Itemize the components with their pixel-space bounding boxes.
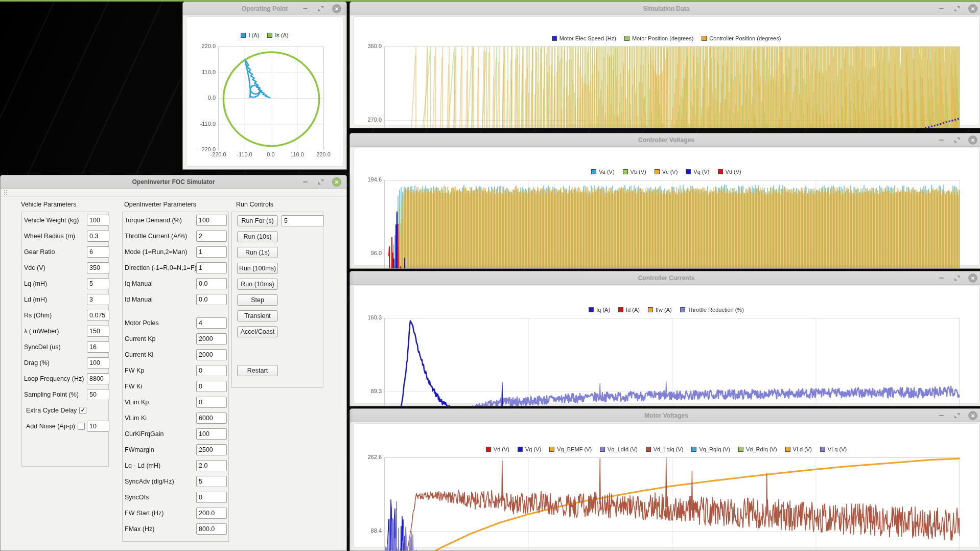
- legend-swatch-icon: [589, 307, 594, 312]
- run-for-button[interactable]: Run For (s): [237, 215, 278, 226]
- close-button[interactable]: ✕: [968, 273, 977, 283]
- param-label: FMax (Hz): [125, 525, 154, 533]
- param-row: Drag (%): [22, 355, 108, 371]
- param-row: FW Ki: [123, 378, 228, 394]
- param-input[interactable]: [196, 492, 227, 503]
- checkbox-unchecked[interactable]: [78, 423, 85, 430]
- run-control-button[interactable]: Run (100ms): [237, 263, 278, 274]
- param-label: FW Start (Hz): [125, 510, 164, 517]
- legend-swatch-icon: [241, 33, 246, 38]
- restore-button[interactable]: [952, 4, 962, 13]
- minimize-button[interactable]: [937, 273, 946, 283]
- close-button[interactable]: ✕: [968, 135, 977, 145]
- close-button[interactable]: ✕: [968, 411, 977, 420]
- param-input[interactable]: [196, 317, 227, 329]
- param-input[interactable]: [196, 412, 227, 424]
- param-input[interactable]: [196, 381, 227, 392]
- param-input[interactable]: [196, 397, 227, 408]
- run-control-button[interactable]: Run (1s): [237, 247, 278, 258]
- param-input[interactable]: [196, 215, 227, 226]
- minimize-button[interactable]: [300, 177, 310, 187]
- motor-voltages-titlebar[interactable]: Motor Voltages ✕: [350, 409, 980, 422]
- controller-currents-panel: Iq (A)Id (A)Ifw (A)Throttle Reduction (%…: [354, 286, 979, 403]
- foc-titlebar[interactable]: OpenInverter FOC Simulator ✕: [1, 175, 346, 189]
- param-label: Direction (-1=R,0=N,1=F): [125, 264, 197, 271]
- run-control-button[interactable]: Step: [237, 294, 278, 306]
- window-controller-currents: Controller Currents ✕ Iq (A)Id (A)Ifw (A…: [349, 271, 980, 406]
- operating-point-titlebar[interactable]: Operating Point ✕: [183, 2, 346, 15]
- param-input[interactable]: [87, 357, 109, 369]
- param-input[interactable]: [196, 444, 227, 455]
- oi-params-group: Torque Demand (%)Throttle Current (A/%)M…: [122, 212, 229, 542]
- restore-button[interactable]: [952, 135, 962, 145]
- legend-item-label: Vq_RqIq (V): [699, 446, 730, 452]
- param-input[interactable]: [196, 476, 227, 487]
- close-button[interactable]: ✕: [968, 4, 977, 13]
- param-input[interactable]: [196, 508, 227, 519]
- param-input[interactable]: [87, 231, 109, 242]
- motor-voltages-panel: Vd (V)Vq (V)Vq_BEMF (V)Vq_LdId (V)Vd_LqI…: [354, 424, 979, 547]
- param-label: Wheel Radius (m): [24, 233, 75, 240]
- legend-swatch-icon: [600, 447, 605, 452]
- restore-button[interactable]: [952, 411, 962, 420]
- simulation-data-titlebar[interactable]: Simulation Data ✕: [350, 2, 980, 15]
- restore-button[interactable]: [952, 273, 962, 283]
- param-input[interactable]: [87, 215, 109, 226]
- legend-swatch-icon: [655, 169, 660, 174]
- param-row: Mode (1=Run,2=Man): [123, 244, 228, 260]
- run-control-button[interactable]: Run (10s): [237, 231, 278, 242]
- restore-button[interactable]: [316, 4, 325, 13]
- close-button[interactable]: ✕: [332, 4, 341, 13]
- run-control-button[interactable]: Transient: [237, 310, 278, 322]
- param-input[interactable]: [87, 389, 109, 400]
- minimize-button[interactable]: [937, 411, 946, 420]
- param-input[interactable]: [196, 333, 227, 345]
- legend-item-label: Id (A): [626, 307, 640, 313]
- param-input[interactable]: [196, 246, 227, 258]
- param-label: Motor Poles: [125, 319, 159, 327]
- param-input[interactable]: [196, 365, 227, 376]
- param-input[interactable]: [87, 326, 109, 337]
- controller-currents-titlebar[interactable]: Controller Currents ✕: [350, 271, 980, 285]
- minimize-button[interactable]: [937, 4, 946, 13]
- param-row: FWmargin: [123, 442, 228, 457]
- run-for-input[interactable]: [282, 215, 324, 226]
- checkbox-checked[interactable]: ✓: [79, 407, 86, 414]
- param-input[interactable]: [196, 278, 227, 289]
- param-input[interactable]: [196, 262, 227, 273]
- legend-swatch-icon: [552, 36, 557, 41]
- legend-item-label: Va (V): [599, 169, 614, 175]
- param-input[interactable]: [196, 428, 227, 440]
- param-input[interactable]: [196, 460, 227, 471]
- param-row: FW Start (Hz): [123, 505, 228, 521]
- param-label: Current Ki: [125, 351, 153, 358]
- param-input[interactable]: [196, 349, 227, 360]
- param-input[interactable]: [196, 294, 227, 305]
- param-input[interactable]: [87, 373, 109, 384]
- param-input[interactable]: [87, 262, 109, 273]
- param-input[interactable]: [87, 310, 109, 321]
- run-control-button[interactable]: Accel/Coast: [237, 326, 278, 337]
- legend-item-label: Vq_BEMF (V): [557, 446, 592, 452]
- param-input[interactable]: [87, 294, 109, 305]
- controller-voltages-titlebar[interactable]: Controller Voltages ✕: [350, 133, 980, 147]
- param-input[interactable]: [87, 278, 109, 289]
- param-input[interactable]: [87, 246, 109, 258]
- param-input[interactable]: [87, 421, 109, 432]
- param-input[interactable]: [87, 341, 109, 353]
- minimize-button[interactable]: [300, 4, 310, 13]
- param-input[interactable]: [196, 523, 227, 535]
- close-button[interactable]: ✕: [332, 177, 341, 187]
- restore-button[interactable]: [316, 177, 325, 187]
- drag-handle-icon[interactable]: [4, 190, 8, 196]
- param-row: Loop Frequency (Hz): [22, 371, 108, 386]
- legend-item: Ifw (A): [648, 307, 672, 313]
- param-label: Sampling Point (%): [24, 391, 79, 398]
- legend-item-label: Controller Position (degrees): [709, 35, 781, 41]
- param-input[interactable]: [196, 231, 227, 242]
- restart-button[interactable]: Restart: [237, 365, 278, 376]
- minimize-button[interactable]: [937, 135, 946, 145]
- run-control-button[interactable]: Run (10ms): [237, 279, 278, 290]
- param-label: λ ( mWeber): [24, 328, 59, 335]
- legend-item: Vd_LqIq (V): [646, 446, 684, 452]
